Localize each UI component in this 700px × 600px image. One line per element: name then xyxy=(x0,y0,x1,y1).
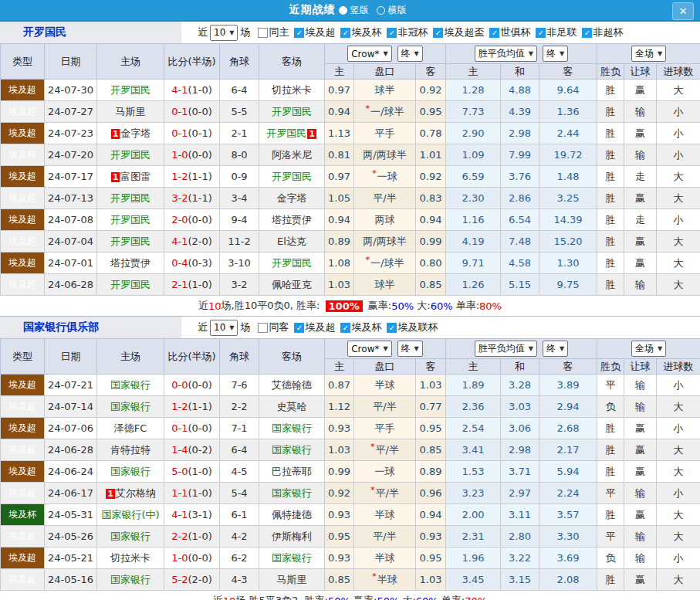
avg-time-select[interactable]: 终▼ xyxy=(543,46,568,62)
home-odds-cell: 0.99 xyxy=(325,461,354,483)
radio-horizontal-label[interactable]: 横版 xyxy=(388,4,407,17)
type-cell: 埃及超 xyxy=(1,123,45,144)
type-cell: 埃及超 xyxy=(1,101,45,123)
summary-part: 60% xyxy=(416,595,438,600)
score-cell: 1-2(1-1) xyxy=(164,396,220,418)
odds-time-select[interactable]: 终▼ xyxy=(397,341,423,357)
window-title: 近期战绩 xyxy=(289,3,336,17)
col-corner: 角球 xyxy=(220,44,259,80)
recent-count-select[interactable]: 10▼ xyxy=(210,25,238,41)
same-venue-checkbox[interactable]: 同客 xyxy=(258,320,289,334)
league-checkbox[interactable]: ✓埃及超 xyxy=(294,320,335,334)
handicap-result-cell: 赢 xyxy=(624,504,657,526)
away-team-cell: 切拉米卡 xyxy=(259,80,325,101)
avg-lose-cell: 2.94 xyxy=(539,396,597,418)
avg-draw-cell: 2.86 xyxy=(501,188,539,209)
odds-time-select[interactable]: 终▼ xyxy=(397,46,423,62)
league-checkbox[interactable]: ✓埃及杯 xyxy=(340,25,381,39)
avg-win-cell: 2.30 xyxy=(446,188,501,209)
results-table: 类型日期主场比分(半场)角球客场Crow*▼终▼胜平负均值▼终▼全场▼主盘口客主… xyxy=(0,43,700,296)
avg-win-cell: 3.23 xyxy=(446,483,501,504)
company-select[interactable]: Crow*▼ xyxy=(347,341,391,357)
league-checkbox[interactable]: ✓埃及超盃 xyxy=(433,25,484,39)
avg-win-cell: 6.59 xyxy=(446,166,501,188)
away-team-name: 史莫哈 xyxy=(277,401,307,412)
fulltime-score: 4-1 xyxy=(171,236,188,247)
metric-select[interactable]: 胜平负均值▼ xyxy=(475,46,537,62)
radio-vertical-icon[interactable] xyxy=(339,6,347,15)
result-cell: 胜 xyxy=(597,253,624,274)
type-cell: 埃及杯 xyxy=(1,504,45,526)
col-handicap-result: 让球 xyxy=(624,359,657,375)
away-odds-cell: 0.83 xyxy=(416,188,446,209)
avg-win-cell: 1.26 xyxy=(446,274,501,296)
col-away-odds: 客 xyxy=(416,64,446,80)
result-group: 全场▼ xyxy=(597,339,700,359)
league-checkbox[interactable]: ✓埃及联杯 xyxy=(387,320,438,334)
avg-draw-cell: 3.11 xyxy=(501,504,539,526)
league-checkbox[interactable]: ✓非足联 xyxy=(536,25,577,39)
away-odds-cell: 0.77 xyxy=(416,396,446,418)
handicap-cell: *一/球半 xyxy=(354,253,416,274)
home-team-name: 国家银行 xyxy=(110,466,150,477)
league-checkbox[interactable]: ✓非超杯 xyxy=(582,25,623,39)
handicap-result-cell: 输 xyxy=(624,526,657,547)
handicap-value: 一/球半 xyxy=(370,258,404,269)
match-row: 埃及超24-07-30开罗国民4-1(1-0)6-4切拉米卡0.97球半0.92… xyxy=(1,80,700,101)
handicap-value: 半球 xyxy=(375,379,395,391)
company-select[interactable]: Crow*▼ xyxy=(347,46,391,62)
avg-win-cell: 2.00 xyxy=(446,504,501,526)
fulltime-score: 3-2 xyxy=(171,192,188,204)
halftime-score: (1-0) xyxy=(188,279,211,290)
handicap-cell: 平/半 xyxy=(354,396,416,418)
handicap-value: 半球 xyxy=(375,552,395,564)
goals-result-cell: 大 xyxy=(657,166,700,188)
score-cell: 2-0(0-0) xyxy=(164,209,220,231)
scope-select[interactable]: 全场▼ xyxy=(631,341,666,357)
handicap-cell: 半球 xyxy=(354,375,416,396)
away-odds-cell: 0.94 xyxy=(416,504,446,526)
score-cell: 3-2(1-1) xyxy=(164,188,220,209)
league-checkbox-label: 非超杯 xyxy=(593,25,623,39)
goals-result-cell: 小 xyxy=(657,101,700,123)
metric-select[interactable]: 胜平负均值▼ xyxy=(475,341,537,357)
handicap-cell: 平手 xyxy=(354,418,416,439)
radio-vertical-label[interactable]: 竖版 xyxy=(350,4,369,17)
home-odds-cell: 0.94 xyxy=(325,101,354,123)
avg-time-select[interactable]: 终▼ xyxy=(543,341,568,357)
away-team-cell: 佩哈亚克 xyxy=(259,274,325,296)
team-band: 国家银行俱乐部近10▼场同客✓埃及超✓埃及杯✓埃及联杯 xyxy=(0,316,700,338)
avg-draw-cell: 3.76 xyxy=(501,166,539,188)
checkbox-checked-icon: ✓ xyxy=(387,28,397,38)
handicap-value: 平手 xyxy=(375,422,395,434)
type-cell: 埃及超 xyxy=(1,439,45,461)
league-checkbox[interactable]: ✓世俱杯 xyxy=(489,25,530,39)
avg-draw-cell: 2.97 xyxy=(501,483,539,504)
radio-horizontal-icon[interactable] xyxy=(377,6,385,15)
handicap-cell: 半球 xyxy=(354,504,416,526)
handicap-cell: *半球 xyxy=(354,569,416,591)
same-venue-checkbox[interactable]: 同主 xyxy=(258,25,289,39)
fulltime-score: 2-1 xyxy=(171,279,188,290)
league-checkbox[interactable]: ✓埃及杯 xyxy=(340,320,381,334)
handicap-star-icon: * xyxy=(366,255,370,265)
league-checkbox-label: 非冠杯 xyxy=(397,25,428,39)
scope-select[interactable]: 全场▼ xyxy=(631,46,666,62)
result-group: 全场▼ xyxy=(597,44,700,64)
halftime-score: (2-0) xyxy=(188,236,211,247)
checkbox-checked-icon: ✓ xyxy=(294,323,304,333)
recent-count-select[interactable]: 10▼ xyxy=(210,320,238,336)
avg-lose-cell: 9.75 xyxy=(539,274,597,296)
halftime-score: (0-0) xyxy=(188,149,211,161)
result-cell: 胜 xyxy=(597,144,624,166)
close-button[interactable]: ✕ xyxy=(672,2,694,20)
away-team-cell: 金字塔 xyxy=(259,188,325,209)
col-date: 日期 xyxy=(45,44,97,80)
away-team-cell: 塔拉贾伊 xyxy=(259,209,325,231)
team-section: 开罗国民近10▼场同主✓埃及超✓埃及杯✓非冠杯✓埃及超盃✓世俱杯✓非足联✓非超杯… xyxy=(0,22,700,316)
avg-lose-cell: 14.39 xyxy=(539,209,597,231)
away-team-cell: 开罗国民 xyxy=(259,101,325,123)
league-checkbox[interactable]: ✓埃及超 xyxy=(294,25,335,39)
league-checkbox[interactable]: ✓非冠杯 xyxy=(387,25,428,39)
away-team-name: 金字塔 xyxy=(277,192,307,204)
